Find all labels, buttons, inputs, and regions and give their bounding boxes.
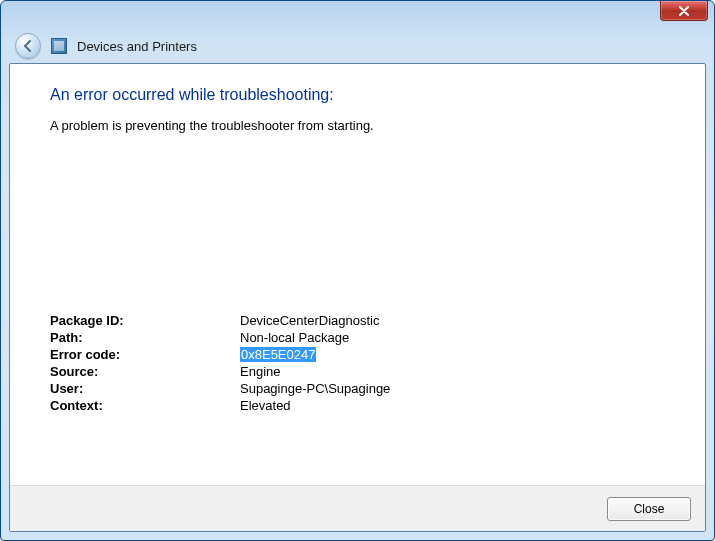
user-label: User:	[50, 381, 240, 396]
devices-printers-icon	[51, 38, 67, 54]
package-id-label: Package ID:	[50, 313, 240, 328]
error-code-label: Error code:	[50, 347, 240, 362]
error-heading: An error occurred while troubleshooting:	[50, 86, 665, 104]
back-button[interactable]	[15, 33, 41, 59]
titlebar	[1, 1, 714, 29]
context-value: Elevated	[240, 398, 665, 413]
source-value: Engine	[240, 364, 665, 379]
footer-bar: Close	[10, 485, 705, 531]
arrow-left-icon	[21, 39, 35, 53]
context-label: Context:	[50, 398, 240, 413]
error-code-value: 0x8E5E0247	[240, 347, 665, 362]
path-value: Non-local Package	[240, 330, 665, 345]
close-icon	[678, 6, 690, 16]
window-close-button[interactable]	[660, 1, 708, 21]
error-details: Package ID: DeviceCenterDiagnostic Path:…	[50, 313, 665, 413]
close-button[interactable]: Close	[607, 497, 691, 521]
window-frame: Devices and Printers An error occurred w…	[0, 0, 715, 541]
header-bar: Devices and Printers	[9, 29, 706, 63]
path-label: Path:	[50, 330, 240, 345]
user-value: Supaginge-PC\Supaginge	[240, 381, 665, 396]
header-title: Devices and Printers	[77, 39, 197, 54]
error-message: A problem is preventing the troubleshoot…	[50, 118, 665, 133]
error-code-selected-text: 0x8E5E0247	[240, 347, 316, 362]
content-panel: An error occurred while troubleshooting:…	[9, 63, 706, 532]
package-id-value: DeviceCenterDiagnostic	[240, 313, 665, 328]
source-label: Source:	[50, 364, 240, 379]
